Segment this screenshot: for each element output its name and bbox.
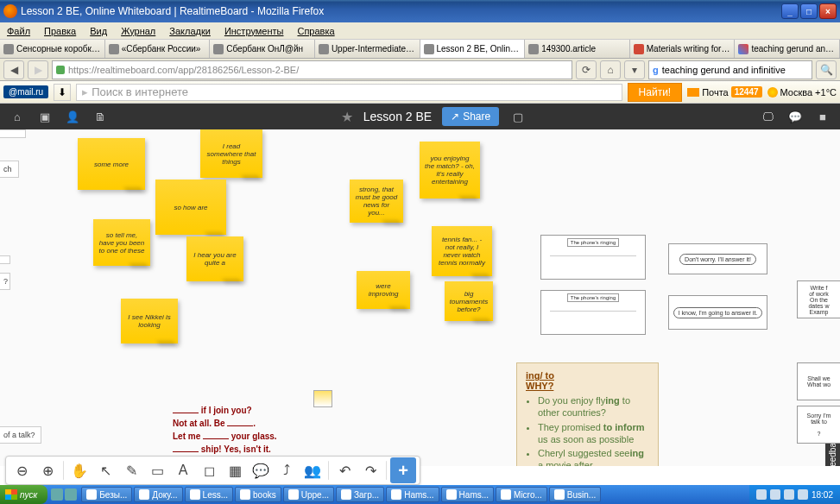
sticky-note[interactable]: I see Nikkei is looking (121, 299, 178, 343)
tray-icon[interactable] (784, 489, 794, 500)
sticky-note[interactable]: you enjoying the match? - oh, it's reall… (420, 142, 480, 198)
close-button[interactable]: × (819, 3, 837, 19)
thumbnail[interactable] (313, 390, 332, 407)
sticky-note[interactable]: I hear you are quite a (186, 236, 243, 281)
fill-blank-text[interactable]: if I join you?Not at all. Be .Let me you… (173, 404, 277, 456)
hand-tool[interactable]: ✋ (67, 458, 92, 482)
comment-tool[interactable]: 💬 (249, 458, 273, 482)
taskbar-item[interactable]: books (235, 487, 281, 502)
pointer-tool[interactable]: ↖ (93, 458, 117, 482)
tray-icon[interactable] (798, 489, 808, 500)
sticky-note[interactable]: so how are (155, 180, 226, 235)
pen-tool[interactable]: ✎ (119, 458, 143, 482)
board-title[interactable]: Lesson 2 BE (363, 110, 432, 123)
start-button[interactable]: пуск (0, 485, 47, 504)
whiteboard-canvas[interactable]: Feedback some moreI read somewhere that … (0, 129, 840, 466)
menu-item[interactable]: Справка (290, 24, 341, 38)
partial-text: of a talk? (0, 426, 41, 444)
mailru-mail-button[interactable]: Почта 12447 (687, 86, 761, 98)
taskbar-item[interactable]: Less... (185, 487, 233, 502)
text-tool[interactable]: A (171, 458, 195, 482)
mailru-logo[interactable]: @mail.ru (3, 85, 48, 98)
taskbar-item[interactable]: Загр... (336, 487, 384, 502)
forward-button[interactable]: ▶ (28, 60, 48, 79)
menu-item[interactable]: Файл (0, 24, 37, 38)
taskbar-item[interactable]: Uppe... (283, 487, 334, 502)
maximize-button[interactable]: □ (800, 3, 818, 19)
people-tool[interactable]: 👥 (300, 458, 325, 482)
clipped-panel[interactable]: Sorry I'm talk to ? (797, 406, 840, 444)
ql-icon[interactable] (51, 488, 63, 501)
browser-tab[interactable]: Сбербанк ОнЛ@йн (210, 40, 315, 58)
search-go-button[interactable]: 🔍 (816, 60, 837, 79)
screen-icon[interactable]: 🖵 (759, 108, 776, 125)
home-icon[interactable]: ⌂ (9, 108, 26, 125)
video-icon[interactable]: ■ (814, 108, 831, 125)
taskbar-item[interactable]: Micro... (496, 487, 547, 502)
zoom-out-button[interactable]: ⊖ (9, 458, 34, 482)
taskbar-item[interactable]: Доку... (134, 487, 182, 502)
upload-tool[interactable]: ⤴ (275, 458, 299, 482)
share-button[interactable]: ↗ Share (442, 107, 499, 126)
menu-item[interactable]: Журнал (114, 24, 162, 38)
browser-tab[interactable]: Lesson 2 BE, Online ... (420, 40, 526, 58)
back-button[interactable]: ◀ (3, 60, 24, 79)
star-icon[interactable]: ★ (341, 109, 353, 125)
taskbar-item[interactable]: Безы... (81, 487, 132, 502)
chat-icon[interactable]: 💬 (786, 108, 804, 125)
url-text: https://realtimeboard.com/app/28186256/L… (68, 65, 299, 75)
tray-icon[interactable] (770, 489, 780, 500)
browser-tab[interactable]: 149300.article (525, 40, 630, 58)
menu-item[interactable]: Инструменты (218, 24, 291, 38)
ql-icon[interactable] (65, 488, 77, 501)
zoom-in-button[interactable]: ⊕ (35, 458, 60, 482)
people-icon[interactable]: 👤 (64, 108, 81, 125)
mailru-search-input[interactable]: ▸ Поиск в интернете (76, 84, 622, 101)
sticky-tool[interactable]: ▦ (223, 458, 247, 482)
sticky-note[interactable]: I read somewhere that things (200, 129, 262, 178)
clipped-panel[interactable]: Write f of work On the dates w Examp (797, 280, 840, 318)
sticky-note[interactable]: so tell me, have you been to one of thes… (93, 219, 150, 266)
browser-tab[interactable]: teaching gerund and i... (735, 40, 840, 58)
menu-item[interactable]: Правка (37, 24, 83, 38)
comic-panel[interactable]: The phone's ringing (540, 290, 646, 335)
browser-tab[interactable]: «Сбербанк России» (105, 40, 211, 58)
taskbar-item[interactable]: Hams... (386, 487, 439, 502)
menu-item[interactable]: Вид (83, 24, 114, 38)
browser-tab[interactable]: Сенсорные коробки... (0, 40, 105, 58)
sticky-note[interactable]: strong, that must be good news for you..… (350, 180, 403, 223)
redo-button[interactable]: ↷ (358, 458, 382, 482)
grammar-box[interactable]: ing/ toWHY?Do you enjoy flying to other … (516, 362, 659, 466)
search-box[interactable]: g teaching gerund and infinitive (648, 60, 812, 79)
clock[interactable]: 18:02 (812, 490, 833, 500)
browser-tab[interactable]: Materials writing for i... (630, 40, 736, 58)
boards-icon[interactable]: ▣ (36, 108, 54, 125)
sticky-note[interactable]: big tournaments before? (445, 281, 493, 321)
mailru-find-button[interactable]: Найти! (628, 83, 683, 102)
browser-tab[interactable]: Upper-Intermediate-... (315, 40, 420, 58)
undo-button[interactable]: ↶ (332, 458, 357, 482)
comic-panel[interactable]: I know, I'm going to answer it. (668, 295, 767, 330)
url-input[interactable]: https://realtimeboard.com/app/28186256/L… (52, 60, 572, 79)
sticky-note[interactable]: some more (78, 138, 145, 190)
present-icon[interactable]: ▢ (509, 108, 527, 125)
sticky-note[interactable]: tennis fan... - not really, I never watc… (432, 226, 492, 276)
comic-panel[interactable]: Don't worry. I'll answer it! (668, 243, 767, 274)
comic-panel[interactable]: The phone's ringing (540, 235, 646, 280)
add-button[interactable]: + (390, 457, 416, 483)
sticky-note[interactable]: were improving (357, 271, 410, 309)
dropdown-button[interactable]: ▾ (624, 60, 645, 79)
taskbar-item[interactable]: Hams... (441, 487, 494, 502)
clipped-panel[interactable]: Shall we What wo (797, 362, 840, 400)
home-button[interactable]: ⌂ (600, 60, 621, 79)
menu-item[interactable]: Закладки (162, 24, 218, 38)
frame-tool[interactable]: ▭ (145, 458, 169, 482)
tray-icon[interactable] (756, 489, 767, 500)
reload-button[interactable]: ⟳ (576, 60, 597, 79)
weather-widget[interactable]: Москва +1°C (767, 87, 837, 98)
minimize-button[interactable]: _ (781, 3, 799, 19)
shapes-tool[interactable]: ◻ (197, 458, 221, 482)
taskbar-item[interactable]: Busin... (549, 487, 601, 502)
partial-text: ch (0, 161, 19, 178)
archive-icon[interactable]: 🗎 (92, 108, 109, 125)
